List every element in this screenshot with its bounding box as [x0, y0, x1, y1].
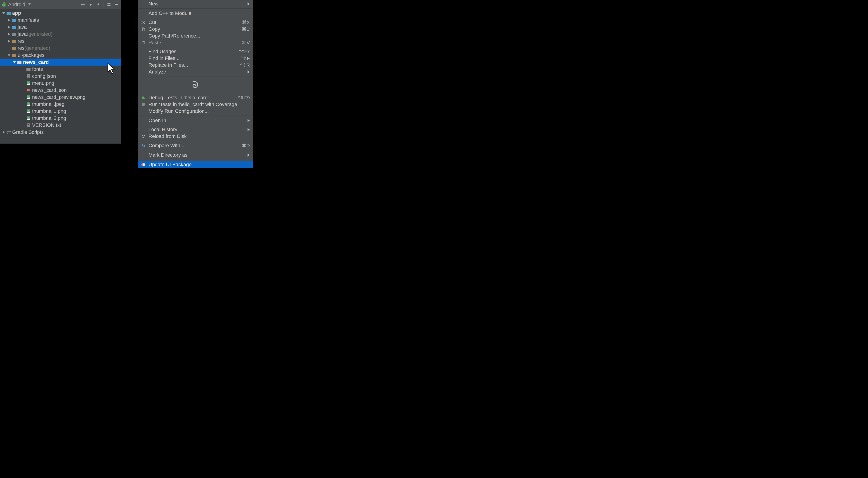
menu-item-find-in-files[interactable]: Find in Files... ^⇧F	[138, 55, 253, 62]
menu-item-reload-from-disk[interactable]: Reload from Disk	[138, 133, 253, 140]
tree-label: res	[18, 38, 25, 44]
separator	[138, 76, 253, 77]
tree-node-config-json[interactable]: {} config.json	[0, 72, 121, 80]
tree-node-news-card-preview-png[interactable]: news_card_preview.png	[0, 94, 121, 100]
chevron-right-icon[interactable]	[2, 131, 6, 133]
tree-label-suffix: (generated)	[27, 31, 53, 37]
svg-point-8	[9, 13, 10, 15]
tree-label-suffix: (generated)	[25, 45, 51, 51]
copy-icon	[141, 27, 146, 32]
tree-label: news_card.json	[32, 87, 67, 93]
menu-item-copy[interactable]: Copy ⌘C	[138, 26, 253, 33]
menu-label: Open In	[149, 118, 248, 123]
tree-node-ui-packages[interactable]: ui-packages	[0, 52, 121, 59]
menu-item-compare-with[interactable]: Compare With... ⌘D	[138, 142, 253, 149]
menu-item-replace-in-files[interactable]: Replace in Files... ^⇧R	[138, 62, 253, 68]
tree-label: ui-packages	[18, 52, 44, 58]
svg-rect-6	[98, 3, 98, 5]
menu-item-open-in[interactable]: Open In	[138, 117, 253, 124]
chevron-down-icon[interactable]	[13, 61, 17, 63]
svg-point-17	[28, 96, 29, 97]
chevron-right-icon[interactable]	[8, 19, 11, 22]
svg-rect-4	[90, 4, 91, 6]
menu-item-update-ui-package[interactable]: Update UI Package	[138, 161, 253, 168]
svg-point-15	[28, 89, 30, 91]
tree-node-java-generated[interactable]: java (generated)	[0, 31, 121, 37]
menu-item-modify-run-config[interactable]: Modify Run Configuration...	[138, 108, 253, 115]
menu-label: Analyze	[149, 69, 248, 75]
menu-refactor-section: ᘐ	[138, 77, 253, 92]
expand-all-icon[interactable]	[88, 2, 93, 7]
gradle-icon	[6, 130, 11, 134]
tree-label: news_card	[23, 59, 49, 65]
menu-item-debug-tests[interactable]: Debug 'Tests in 'hello_card'' ^⇧F9	[138, 94, 253, 101]
menu-shortcut: ⌥F7	[239, 49, 250, 54]
folder-icon	[11, 18, 17, 22]
tree-node-news-card-json[interactable]: news_card.json	[0, 87, 121, 94]
paste-icon	[141, 40, 146, 45]
resources-folder-icon	[11, 39, 17, 43]
tree-label: news_card_preview.png	[32, 94, 86, 100]
menu-item-new[interactable]: New	[138, 0, 253, 7]
tree-node-version-txt[interactable]: VERSION.txt	[0, 122, 121, 129]
tree-label: config.json	[32, 73, 56, 79]
tree-node-thumbnail-jpeg[interactable]: thumbnail.jpeg	[0, 100, 121, 108]
menu-item-copy-path[interactable]: Copy Path/Reference...	[138, 33, 253, 39]
tree-node-res-generated[interactable]: • res (generated)	[0, 44, 121, 52]
chevron-down-icon[interactable]	[2, 12, 6, 14]
generated-folder-icon	[11, 32, 17, 36]
tree-label: java	[18, 24, 27, 30]
tree-label: VERSION.txt	[32, 122, 61, 128]
chevron-right-icon[interactable]	[8, 33, 11, 35]
svg-rect-3	[89, 3, 92, 3]
menu-item-cut[interactable]: Cut ⌘X	[138, 19, 253, 26]
svg-point-21	[28, 110, 29, 111]
menu-item-add-cpp[interactable]: Add C++ to Module	[138, 9, 253, 17]
ui-package-icon	[141, 162, 146, 167]
menu-item-paste[interactable]: Paste ⌘V	[138, 39, 253, 46]
tree-node-news-card[interactable]: news_card	[0, 59, 121, 66]
select-opened-file-icon[interactable]	[81, 2, 86, 7]
tree-node-app[interactable]: app	[0, 9, 121, 17]
tree-label: manifests	[18, 17, 39, 23]
tree-label: app	[12, 10, 21, 16]
svg-rect-7	[115, 4, 118, 5]
submenu-arrow-icon	[248, 153, 250, 157]
tree-node-menu-png[interactable]: menu.png	[0, 80, 121, 87]
tree-node-fonts[interactable]: fonts	[0, 66, 121, 72]
module-icon	[6, 11, 11, 15]
gear-icon[interactable]	[106, 2, 112, 7]
tree-node-res[interactable]: res	[0, 37, 121, 44]
svg-point-13	[28, 82, 29, 83]
menu-item-find-usages[interactable]: Find Usages ⌥F7	[138, 48, 253, 55]
tree-node-thumbnail2-png[interactable]: thumbnail2.png	[0, 115, 121, 122]
tree-label: thumbnail1.png	[32, 108, 66, 114]
svg-rect-27	[28, 126, 29, 126]
chevron-right-icon[interactable]	[8, 40, 11, 42]
dropdown-arrow-icon[interactable]	[28, 3, 31, 6]
menu-shortcut: ^⇧F9	[238, 95, 250, 100]
tree-node-manifests[interactable]: manifests	[0, 17, 121, 24]
tree-node-thumbnail1-png[interactable]: thumbnail1.png	[0, 108, 121, 115]
submenu-arrow-icon	[248, 70, 250, 73]
menu-label: Run 'Tests in 'hello_card'' with Coverag…	[149, 101, 250, 108]
tree-node-gradle-scripts[interactable]: Gradle Scripts	[0, 129, 121, 136]
chevron-down-icon[interactable]	[8, 54, 11, 57]
tree-node-java[interactable]: java	[0, 24, 121, 31]
menu-label: Copy	[149, 26, 242, 32]
menu-item-local-history[interactable]: Local History	[138, 126, 253, 133]
resources-folder-icon	[11, 47, 17, 50]
menu-item-mark-directory-as[interactable]: Mark Directory as	[138, 151, 253, 159]
folder-icon	[26, 67, 31, 71]
menu-item-run-tests-coverage[interactable]: Run 'Tests in 'hello_card'' with Coverag…	[138, 101, 253, 108]
submenu-arrow-icon	[248, 2, 250, 5]
view-selector-label[interactable]: Android	[8, 2, 25, 7]
submenu-arrow-icon	[248, 128, 250, 131]
collapse-all-icon[interactable]	[96, 2, 101, 7]
tree-label: Gradle Scripts	[12, 129, 43, 135]
reload-icon	[141, 134, 146, 139]
hide-panel-icon[interactable]	[114, 2, 119, 7]
menu-item-analyze[interactable]: Analyze	[138, 68, 253, 75]
chevron-right-icon[interactable]	[8, 26, 11, 29]
project-tree[interactable]: app manifests java java (generated) res	[0, 9, 121, 136]
